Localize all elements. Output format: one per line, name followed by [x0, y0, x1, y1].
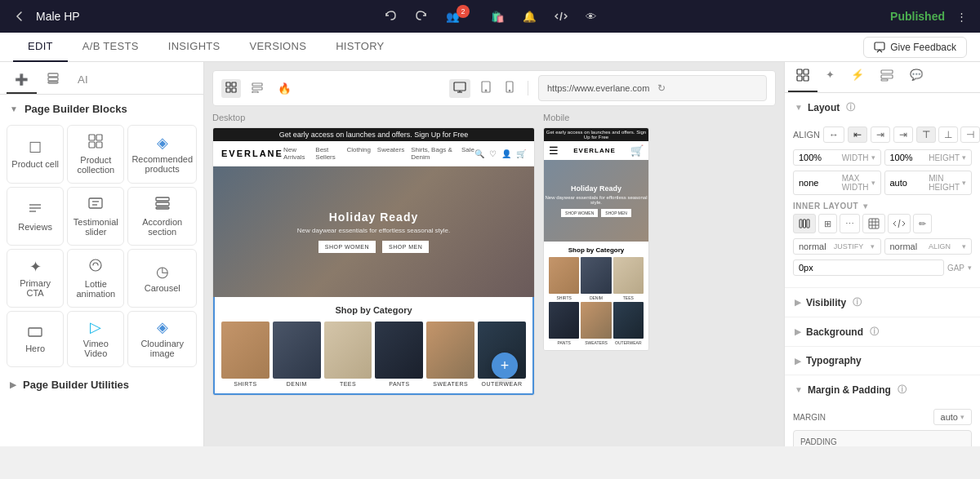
fire-view-button[interactable]: 🔥: [274, 80, 296, 97]
align-left-arrow-button[interactable]: ↔: [823, 126, 844, 143]
background-chevron-icon: ▶: [795, 327, 801, 336]
collaborators-count: 2: [457, 5, 470, 18]
hero-text: Holiday Ready New daywear essentials for…: [297, 211, 451, 253]
tab-versions[interactable]: VERSIONS: [235, 33, 322, 62]
collaborators-button[interactable]: 👥2: [443, 7, 476, 26]
tab-insights[interactable]: INSIGHTS: [154, 33, 235, 62]
page-builder-blocks-title: Page Builder Blocks: [24, 103, 127, 115]
min-height-input[interactable]: [890, 178, 927, 188]
published-button[interactable]: Published: [890, 10, 945, 23]
mobile-shop-women[interactable]: SHOP WOMEN: [561, 209, 598, 217]
typography-section-header[interactable]: ▶ Typography: [785, 347, 980, 375]
pants-label: PANTS: [375, 381, 423, 387]
block-recommended[interactable]: ◈ Recommended products: [127, 125, 197, 184]
layout-section-header[interactable]: ▼ Layout ⓘ: [785, 93, 980, 122]
background-section-header[interactable]: ▶ Background ⓘ: [785, 317, 980, 346]
more-options-button[interactable]: ⋮: [953, 7, 970, 26]
store-button[interactable]: 🛍️: [488, 7, 508, 26]
layout-flex-button[interactable]: [793, 214, 816, 233]
panel-tab-comment[interactable]: 💬: [902, 62, 931, 92]
sidebar-tab-ai[interactable]: AI: [69, 67, 96, 94]
tab-edit[interactable]: EDIT: [13, 33, 68, 62]
block-primary-cta[interactable]: ✦ Primary CTA: [7, 249, 64, 308]
block-vimeo[interactable]: ▷ Vimeo Video: [67, 311, 124, 367]
product-collection-icon: [88, 134, 103, 151]
align-center-button[interactable]: ⇥: [871, 126, 890, 143]
block-product-cell[interactable]: ☐ Product cell: [7, 125, 64, 184]
tab-ab-tests[interactable]: A/B TESTS: [68, 33, 154, 62]
redo-button[interactable]: [412, 7, 431, 26]
page-builder-blocks-header[interactable]: ▼ Page Builder Blocks: [0, 95, 203, 122]
svg-rect-44: [869, 219, 879, 228]
svg-point-33: [509, 90, 510, 91]
height-input[interactable]: [890, 153, 927, 162]
align-select[interactable]: normal ALIGN ▾: [884, 238, 973, 255]
sidebar-tab-layers[interactable]: [38, 67, 68, 94]
panel-tab-layers[interactable]: [872, 62, 902, 92]
width-field[interactable]: WIDTH ▾: [793, 149, 881, 166]
give-feedback-button[interactable]: Give Feedback: [863, 37, 967, 58]
block-testimonial[interactable]: Testimonial slider: [67, 187, 124, 246]
block-carousel[interactable]: ◷ Carousel: [127, 249, 197, 308]
align-left-button[interactable]: ⇤: [848, 126, 867, 143]
align-right-button[interactable]: ⇥: [893, 126, 913, 143]
tees-label: TEES: [324, 381, 372, 387]
back-button[interactable]: [10, 7, 29, 26]
cloudinary-icon: ◈: [157, 320, 168, 335]
margin-auto-field[interactable]: auto ▾: [933, 409, 972, 425]
top-bar-right: Published ⋮: [608, 7, 970, 26]
desktop-view-button[interactable]: [449, 79, 470, 98]
block-hero[interactable]: Hero: [7, 311, 64, 367]
preview-button[interactable]: 👁: [582, 7, 599, 26]
layout-dots-button[interactable]: ⋯: [840, 214, 860, 233]
min-height-field[interactable]: MIN HEIGHT ▾: [884, 171, 973, 195]
undo-button[interactable]: [381, 7, 400, 26]
max-width-field[interactable]: MAX WIDTH ▾: [793, 171, 881, 195]
shop-men-button[interactable]: SHOP MEN: [382, 241, 429, 253]
align-middle-button[interactable]: ⊥: [938, 126, 958, 143]
category-tees: TEES: [324, 322, 372, 387]
block-product-cell-label: Product cell: [11, 159, 58, 169]
tablet-view-button[interactable]: [477, 78, 495, 98]
block-cloudinary[interactable]: ◈ Cloudinary image: [127, 311, 197, 367]
visibility-section-header[interactable]: ▶ Visibility ⓘ: [785, 288, 980, 317]
sidebar-tab-add[interactable]: ➕: [7, 67, 37, 94]
gap-input[interactable]: [799, 263, 938, 273]
block-product-collection[interactable]: Product collection: [67, 125, 124, 184]
tab-history[interactable]: HISTORY: [321, 33, 399, 62]
layout-grid-button[interactable]: ⊞: [818, 214, 837, 233]
list-view-button[interactable]: [247, 79, 267, 98]
block-lottie[interactable]: Lottie animation: [67, 249, 124, 308]
align-bottom-button[interactable]: ⊣: [960, 126, 980, 143]
layout-table-button[interactable]: [862, 214, 885, 233]
shop-women-button[interactable]: SHOP WOMEN: [318, 241, 376, 253]
height-field[interactable]: HEIGHT ▾: [884, 149, 973, 166]
mobile-view-button-2[interactable]: [501, 78, 518, 98]
page-builder-utilities-header[interactable]: ▶ Page Builder Utilities: [0, 370, 203, 397]
grid-view-button[interactable]: [221, 79, 241, 98]
block-reviews[interactable]: Reviews: [7, 187, 64, 246]
refresh-button[interactable]: ↻: [654, 79, 669, 97]
block-accordion-label: Accordion section: [131, 217, 193, 237]
align-top-button[interactable]: ⊤: [916, 126, 936, 143]
mobile-shop-men[interactable]: SHOP MEN: [601, 209, 631, 217]
panel-tab-layout[interactable]: [788, 62, 817, 92]
justify-select[interactable]: normal JUSTIFY ▾: [793, 238, 881, 255]
hero-subtitle: New daywear essentials for effortless se…: [297, 227, 451, 234]
code-button[interactable]: [551, 7, 571, 26]
url-value: https://www.everlane.com: [547, 83, 649, 93]
block-accordion[interactable]: Accordion section: [127, 187, 197, 246]
panel-tab-style[interactable]: ✦: [817, 62, 843, 92]
panel-tab-lightning[interactable]: ⚡: [843, 62, 872, 92]
inner-layout-chevron-icon[interactable]: ▾: [863, 202, 868, 211]
notifications-button[interactable]: 🔔: [519, 7, 540, 26]
max-width-input[interactable]: [799, 178, 840, 188]
layout-code-button[interactable]: [888, 214, 911, 233]
width-input[interactable]: [799, 153, 840, 162]
fab-add-button[interactable]: +: [492, 353, 518, 379]
margin-padding-section-header[interactable]: ▼ Margin & Padding ⓘ: [785, 375, 980, 404]
visibility-chevron-icon: ▶: [795, 298, 801, 307]
layout-edit-button[interactable]: ✏: [913, 214, 932, 233]
top-bar: Male HP 👥2 🛍️ 🔔 👁 Published ⋮: [0, 0, 980, 33]
gap-field[interactable]: [793, 259, 944, 276]
